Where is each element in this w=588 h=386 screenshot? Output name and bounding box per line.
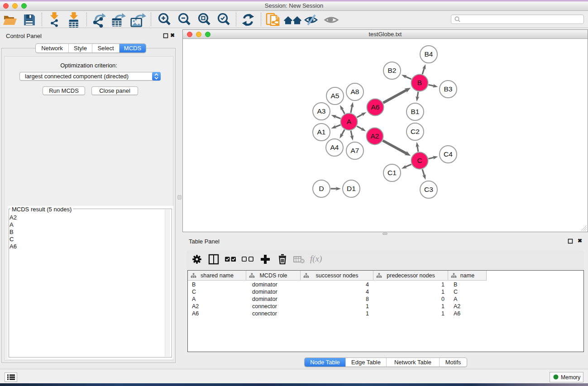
svg-text:D1: D1 [347, 185, 356, 192]
svg-text:B4: B4 [425, 50, 433, 58]
svg-text:C4: C4 [444, 150, 453, 158]
svg-text:B: B [417, 79, 422, 86]
svg-text:D: D [319, 185, 324, 192]
svg-text:B3: B3 [444, 85, 453, 93]
svg-text:C2: C2 [411, 128, 420, 135]
svg-text:B1: B1 [411, 108, 420, 115]
svg-text:C: C [417, 157, 422, 164]
svg-text:A7: A7 [351, 147, 359, 154]
svg-text:A1: A1 [317, 128, 326, 136]
svg-text:A3: A3 [317, 107, 326, 115]
svg-text:C3: C3 [424, 186, 433, 193]
svg-text:A6: A6 [371, 103, 380, 111]
svg-text:A: A [347, 118, 352, 125]
svg-text:A2: A2 [371, 132, 379, 140]
svg-text:A4: A4 [330, 143, 339, 151]
svg-text:A8: A8 [351, 88, 359, 95]
svg-text:C1: C1 [387, 169, 397, 176]
svg-text:A5: A5 [331, 92, 339, 100]
svg-text:B2: B2 [388, 67, 397, 74]
